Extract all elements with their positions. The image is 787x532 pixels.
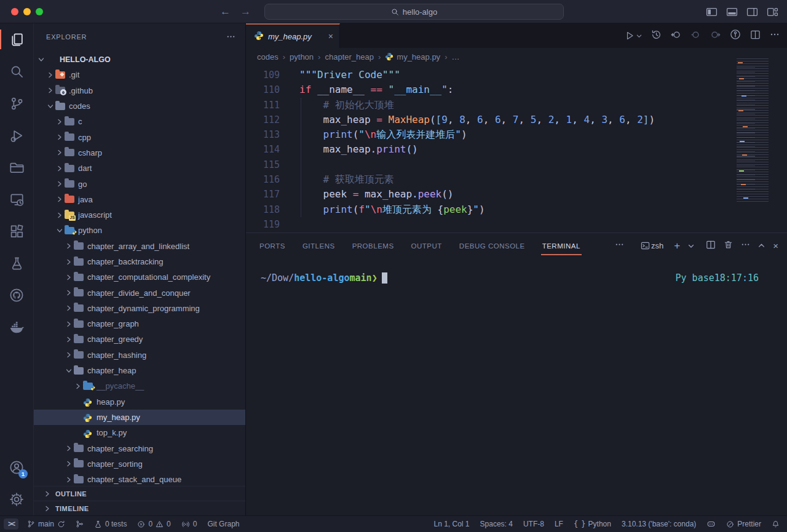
toggle-panel-icon[interactable] — [726, 7, 738, 17]
tree-item-chapter-sorting[interactable]: chapter_sorting — [34, 456, 245, 472]
status-source-control-graph[interactable] — [76, 520, 84, 528]
breadcrumb-item[interactable]: chapter_heap — [325, 52, 374, 62]
tree-item-chapter-stack-and-queue[interactable]: chapter_stack_and_queue — [34, 472, 245, 487]
search-sidebar-icon[interactable] — [0, 55, 33, 87]
tree-item--git[interactable]: .git — [34, 67, 245, 82]
accounts-icon[interactable]: 1 — [0, 451, 33, 483]
extensions-icon[interactable] — [0, 215, 33, 247]
project-manager-icon[interactable] — [0, 151, 33, 183]
panel-tab-terminal[interactable]: TERMINAL — [542, 242, 580, 250]
terminal[interactable]: ~/Dow/hello-algo main ❯Py base 18:17:16 — [261, 272, 759, 284]
tab-my-heap[interactable]: my_heap.py × — [246, 23, 340, 48]
testing-icon[interactable] — [0, 247, 33, 279]
code-line-116[interactable]: 116 # 获取堆顶元素 — [246, 172, 787, 187]
tree-item-chapter-computational-complexity[interactable]: chapter_computational_complexity — [34, 269, 245, 285]
code-line-112[interactable]: 112 max_heap = MaxHeap([9, 8, 6, 6, 7, 5… — [246, 113, 787, 127]
run-and-debug-icon[interactable] — [0, 119, 33, 151]
status-copilot[interactable] — [706, 520, 716, 528]
tree-item-java[interactable]: java — [34, 192, 245, 207]
tree-item--pycache-[interactable]: __pycache__ — [34, 378, 245, 394]
tree-item-dart[interactable]: dart — [34, 161, 245, 176]
code-line-109[interactable]: 109"""Driver Code""" — [246, 68, 787, 82]
tree-item-go[interactable]: go — [34, 176, 245, 191]
status-ports[interactable]: 0 — [181, 520, 197, 528]
minimap[interactable] — [733, 58, 781, 204]
code-line-111[interactable]: 111 # 初始化大顶堆 — [246, 98, 787, 113]
tree-item-chapter-graph[interactable]: chapter_graph — [34, 316, 245, 332]
tree-item--github[interactable]: .github — [34, 83, 245, 98]
code-line-119[interactable]: 119 — [246, 217, 787, 232]
next-change-icon[interactable] — [710, 30, 721, 42]
navigate-back-icon[interactable]: ← — [220, 6, 231, 18]
status-tests[interactable]: 0 tests — [94, 520, 127, 528]
breadcrumb-item[interactable]: codes — [257, 52, 279, 62]
more-actions-icon[interactable] — [770, 30, 780, 42]
code-line-118[interactable]: 118 print(f"\n堆顶元素为 {peek}") — [246, 202, 787, 217]
zoom-window-button[interactable] — [36, 8, 43, 15]
panel-tab-gitlens[interactable]: GITLENS — [303, 242, 335, 250]
code-line-114[interactable]: 114 max_heap.print() — [246, 142, 787, 157]
tree-item-chapter-array-and-linkedlist[interactable]: chapter_array_and_linkedlist — [34, 239, 245, 254]
explorer-icon[interactable] — [0, 23, 33, 55]
panel-tab-problems[interactable]: PROBLEMS — [352, 242, 394, 250]
status-remote-indicator[interactable]: >< — [4, 518, 18, 530]
docker-icon[interactable] — [0, 311, 33, 343]
breadcrumb-item[interactable]: my_heap.py — [385, 52, 440, 62]
tree-item-chapter-searching[interactable]: chapter_searching — [34, 440, 245, 456]
kill-terminal-icon[interactable] — [724, 240, 733, 252]
tree-item-chapter-heap[interactable]: chapter_heap — [34, 363, 245, 378]
source-control-icon[interactable] — [0, 87, 33, 119]
code-line-117[interactable]: 117 peek = max_heap.peek() — [246, 187, 787, 202]
tree-item-csharp[interactable]: csharp — [34, 145, 245, 161]
toggle-secondary-sidebar-icon[interactable] — [746, 7, 758, 17]
tree-item-chapter-dynamic-programming[interactable]: chapter_dynamic_programming — [34, 301, 245, 316]
panel-more-actions-icon[interactable] — [741, 240, 750, 252]
settings-gear-icon[interactable] — [0, 483, 33, 515]
status-cursor-position[interactable]: Ln 1, Col 1 — [433, 520, 469, 528]
code-editor[interactable]: 109"""Driver Code"""110if __name__ == "_… — [246, 68, 787, 232]
maximize-panel-icon[interactable] — [758, 240, 765, 252]
status-encoding[interactable]: UTF-8 — [523, 520, 544, 528]
split-editor-icon[interactable] — [750, 30, 761, 42]
github-icon[interactable] — [0, 279, 33, 311]
breadcrumb-item[interactable]: python — [290, 52, 314, 62]
tree-item-chapter-greedy[interactable]: chapter_greedy — [34, 332, 245, 347]
code-line-110[interactable]: 110if __name__ == "__main__": — [246, 82, 787, 97]
close-tab-icon[interactable]: × — [328, 31, 333, 41]
code-line-113[interactable]: 113 print("\n输入列表并建堆后") — [246, 127, 787, 142]
command-center-search[interactable]: hello-algo — [264, 4, 564, 20]
breadcrumb-item[interactable]: … — [451, 52, 459, 62]
status-language-mode[interactable]: { }Python — [574, 520, 611, 528]
outline-section[interactable]: OUTLINE — [34, 486, 245, 501]
remote-explorer-icon[interactable] — [0, 183, 33, 215]
tree-item-cpp[interactable]: cpp — [34, 129, 245, 145]
close-window-button[interactable] — [11, 8, 18, 15]
tree-item-javascript[interactable]: javascript — [34, 207, 245, 223]
terminal-shell-icon[interactable]: zsh — [641, 241, 663, 250]
timeline-section[interactable]: TIMELINE — [34, 501, 245, 515]
status-git-graph[interactable]: Git Graph — [207, 520, 239, 528]
split-terminal-icon[interactable] — [706, 240, 716, 252]
tree-item-python[interactable]: python — [34, 223, 245, 238]
timeline-history-icon[interactable] — [651, 30, 662, 42]
tree-item-heap-py[interactable]: heap.py — [34, 394, 245, 410]
panel-tab-debug-console[interactable]: DEBUG CONSOLE — [459, 242, 525, 250]
customize-layout-icon[interactable] — [767, 7, 778, 17]
minimize-window-button[interactable] — [23, 8, 31, 15]
status-python-interpreter[interactable]: 3.10.13 ('base': conda) — [622, 520, 696, 528]
run-python-file-button[interactable] — [625, 31, 642, 41]
status-git-branch[interactable]: main — [27, 520, 65, 528]
tree-item-c[interactable]: c — [34, 114, 245, 129]
previous-change-icon[interactable] — [671, 30, 681, 42]
status-indentation[interactable]: Spaces: 4 — [480, 520, 513, 528]
tree-item-chapter-backtracking[interactable]: chapter_backtracking — [34, 254, 245, 269]
terminal-dropdown-icon[interactable] — [688, 240, 694, 252]
panel-tab-output[interactable]: OUTPUT — [411, 242, 442, 250]
status-problems[interactable]: 00 — [137, 520, 170, 528]
tree-item-hello-algo[interactable]: HELLO-ALGO — [34, 52, 245, 67]
panel-more-tabs-icon[interactable] — [615, 240, 624, 252]
navigate-forward-icon[interactable]: → — [240, 6, 251, 18]
tree-item-chapter-divide-and-conquer[interactable]: chapter_divide_and_conquer — [34, 285, 245, 300]
explorer-more-actions-icon[interactable] — [226, 32, 235, 42]
gitlens-graph-icon[interactable] — [730, 29, 741, 42]
